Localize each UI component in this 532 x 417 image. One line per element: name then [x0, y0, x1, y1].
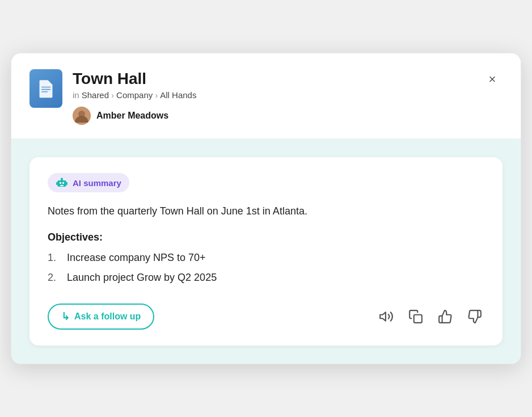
path-segment-shared: Shared [82, 90, 109, 100]
thumbs-up-button[interactable] [436, 307, 455, 326]
modal-body: AI summary Notes from the quarterly Town… [11, 139, 521, 364]
thumbs-up-icon [438, 309, 453, 324]
author-row: Amber Meadows [73, 107, 196, 125]
ai-robot-icon [56, 176, 68, 189]
list-num-2: 2. [48, 270, 61, 285]
header-left: Town Hall in Shared › Company › All Hand… [29, 69, 196, 125]
svg-rect-12 [66, 182, 67, 185]
card-footer: ↳ Ask a follow up [48, 304, 484, 330]
modal-container: Town Hall in Shared › Company › All Hand… [11, 53, 521, 365]
author-name: Amber Meadows [96, 111, 168, 121]
objectives-title: Objectives: [48, 231, 484, 243]
path-sep-1: › [111, 90, 114, 100]
list-num-1: 1. [48, 250, 61, 266]
doc-path: in Shared › Company › All Hands [73, 90, 196, 100]
svg-rect-2 [41, 89, 50, 90]
thumbs-down-icon [467, 309, 482, 324]
ai-badge: AI summary [48, 173, 129, 192]
summary-card: AI summary Notes from the quarterly Town… [29, 157, 503, 346]
speaker-button[interactable] [377, 307, 396, 326]
path-sep-2: › [155, 90, 158, 100]
ai-badge-label: AI summary [73, 178, 121, 188]
svg-rect-11 [56, 182, 57, 185]
follow-up-arrow-icon: ↳ [61, 310, 70, 323]
list-item: 2. Launch project Grow by Q2 2025 [48, 270, 484, 285]
svg-rect-7 [60, 182, 61, 184]
copy-button[interactable] [406, 307, 425, 326]
header-text: Town Hall in Shared › Company › All Hand… [73, 69, 196, 125]
close-button[interactable]: × [482, 69, 503, 90]
path-segment-company: Company [116, 90, 153, 100]
copy-icon [408, 309, 423, 324]
svg-rect-3 [41, 91, 48, 92]
author-avatar [73, 107, 91, 125]
follow-up-label: Ask a follow up [74, 311, 141, 322]
summary-intro-text: Notes from the quarterly Town Hall on Ju… [48, 204, 484, 219]
path-segment-allhands: All Hands [160, 90, 196, 100]
modal-header: Town Hall in Shared › Company › All Hand… [11, 53, 521, 140]
objective-2: Launch project Grow by Q2 2025 [67, 270, 217, 285]
thumbs-down-button[interactable] [465, 307, 484, 326]
svg-rect-10 [62, 178, 62, 179]
path-in-text: in [73, 90, 79, 100]
follow-up-button[interactable]: ↳ Ask a follow up [48, 304, 154, 330]
svg-rect-8 [62, 182, 64, 184]
objectives-list: 1. Increase company NPS to 70+ 2. Launch… [48, 250, 484, 285]
action-icons [377, 307, 484, 326]
doc-title: Town Hall [73, 69, 196, 89]
svg-marker-14 [380, 313, 386, 321]
speaker-icon [379, 309, 394, 324]
objective-1: Increase company NPS to 70+ [67, 250, 206, 266]
svg-rect-1 [41, 86, 50, 87]
svg-rect-15 [414, 315, 422, 323]
list-item: 1. Increase company NPS to 70+ [48, 250, 484, 266]
svg-rect-13 [60, 185, 64, 186]
document-icon [29, 69, 62, 108]
